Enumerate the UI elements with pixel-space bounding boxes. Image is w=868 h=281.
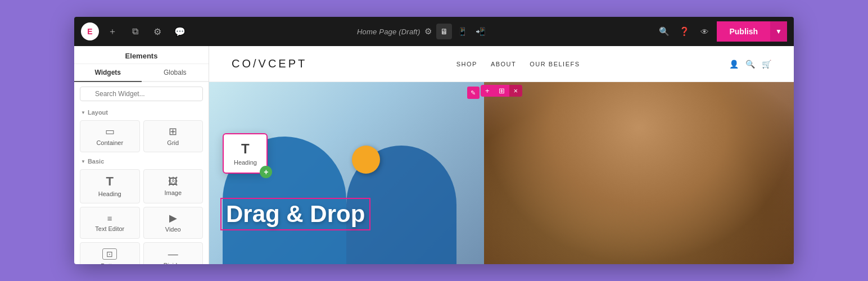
site-logo: CO/VCEPT	[232, 57, 307, 70]
nav-beliefs[interactable]: OUR BELIEFS	[530, 61, 580, 67]
widget-button[interactable]: ⊡ Button	[80, 242, 140, 264]
tab-globals[interactable]: Globals	[142, 64, 209, 82]
widget-video[interactable]: ▶ Video	[143, 207, 204, 239]
publish-button[interactable]: Publish	[717, 21, 770, 42]
widget-grid-label: Grid	[167, 139, 179, 146]
elementor-logo[interactable]: E	[81, 22, 99, 40]
user-icon[interactable]: 👤	[729, 60, 739, 69]
widget-divider-label: Divider	[164, 262, 183, 264]
floating-widget-icon: T	[241, 141, 250, 157]
nav-about[interactable]: ABOUT	[491, 61, 516, 67]
publish-dropdown-btn[interactable]: ▼	[770, 21, 787, 42]
topbar-right: 🔍 ❓ 👁 Publish ▼	[656, 21, 787, 42]
site-nav-icons: 👤 🔍 🛒	[729, 60, 771, 69]
hero-section: + ⊞ × T Heading +	[209, 82, 794, 264]
hero-left-text: Drag & Drop	[220, 198, 473, 230]
search-wrapper	[80, 87, 203, 101]
woman-silhouette	[484, 82, 794, 264]
image-icon: 🖼	[168, 176, 178, 187]
topbar-left: E ＋ ⧉ ⚙ 💬	[81, 22, 189, 40]
section-grid-btn[interactable]: ⊞	[494, 85, 509, 97]
tab-widgets[interactable]: Widgets	[74, 64, 142, 82]
search-input[interactable]	[80, 87, 203, 101]
search-icon[interactable]: 🔍	[656, 24, 672, 39]
text-editor-icon: ≡	[107, 214, 112, 223]
widget-image-label: Image	[164, 189, 182, 196]
search-nav-icon[interactable]: 🔍	[745, 60, 755, 69]
floating-widget[interactable]: T Heading +	[223, 133, 268, 174]
widget-container-label: Container	[96, 139, 123, 146]
layout-widget-grid: ▭ Container ⊞ Grid	[74, 118, 209, 155]
left-panel: Elements Widgets Globals Layout ▭ Contai…	[74, 46, 209, 264]
publish-btn-group: Publish ▼	[717, 21, 787, 42]
page-settings-icon[interactable]: ⚙	[424, 26, 432, 37]
nav-shop[interactable]: SHOP	[456, 61, 477, 67]
section-add-btn[interactable]: +	[481, 85, 494, 97]
site-header: CO/VCEPT SHOP ABOUT OUR BELIEFS 👤 🔍 🛒	[209, 46, 794, 82]
basic-widget-grid: T Heading 🖼 Image ≡ Text Editor ▶ Video …	[74, 167, 209, 264]
widget-image[interactable]: 🖼 Image	[143, 169, 204, 203]
widget-heading[interactable]: T Heading	[80, 169, 140, 203]
main-content: Elements Widgets Globals Layout ▭ Contai…	[74, 46, 794, 264]
heading-icon: T	[106, 175, 114, 188]
section-toolbar: + ⊞ ×	[481, 85, 522, 97]
widget-text-editor[interactable]: ≡ Text Editor	[80, 207, 140, 239]
layout-section-label: Layout	[74, 106, 209, 118]
widget-video-label: Video	[165, 226, 181, 233]
mobile-viewport-btn[interactable]: 📲	[472, 24, 488, 39]
desktop-viewport-btn[interactable]: 🖥	[436, 24, 452, 39]
widget-heading-label: Heading	[98, 191, 121, 197]
divider-icon: —	[168, 249, 178, 259]
panel-tabs: Widgets Globals	[74, 64, 209, 82]
container-icon: ▭	[105, 126, 115, 137]
widget-grid[interactable]: ⊞ Grid	[143, 120, 204, 152]
green-plus-icon: +	[260, 166, 272, 178]
floating-widget-label: Heading	[234, 159, 257, 166]
add-element-btn[interactable]: ＋	[103, 22, 121, 40]
search-bar	[74, 82, 209, 106]
comments-btn[interactable]: 💬	[171, 22, 189, 40]
settings-panel-btn[interactable]: ⚙	[148, 22, 166, 40]
grid-icon: ⊞	[169, 126, 177, 137]
viewport-buttons: 🖥 📱 📲	[436, 24, 488, 39]
hero-right	[484, 82, 794, 264]
preview-icon[interactable]: 👁	[697, 24, 712, 39]
editor-wrapper: E ＋ ⧉ ⚙ 💬 CO/VCEPT Home Page (Draft) ⚙ 🖥…	[74, 17, 794, 264]
button-icon: ⊡	[102, 248, 117, 260]
cart-icon[interactable]: 🛒	[762, 60, 771, 69]
widget-button-label: Button	[101, 262, 119, 264]
widget-divider[interactable]: — Divider	[143, 242, 204, 264]
woman-figure	[484, 82, 794, 264]
hero-heading: Drag & Drop	[220, 198, 370, 230]
edit-pencil-btn[interactable]: ✎	[467, 87, 480, 99]
page-title: CO/VCEPT Home Page (Draft)	[357, 28, 421, 36]
video-icon: ▶	[169, 213, 177, 223]
canvas-frame: CO/VCEPT SHOP ABOUT OUR BELIEFS 👤 🔍 🛒	[209, 46, 794, 264]
site-nav: SHOP ABOUT OUR BELIEFS	[456, 61, 580, 67]
topbar: E ＋ ⧉ ⚙ 💬 CO/VCEPT Home Page (Draft) ⚙ 🖥…	[74, 17, 794, 46]
widget-text-editor-label: Text Editor	[95, 225, 124, 232]
help-icon[interactable]: ❓	[676, 24, 692, 39]
section-close-btn[interactable]: ×	[509, 85, 523, 97]
layers-btn[interactable]: ⧉	[126, 22, 144, 40]
panel-title: Elements	[74, 46, 209, 64]
canvas-area: CO/VCEPT SHOP ABOUT OUR BELIEFS 👤 🔍 🛒	[209, 46, 794, 264]
topbar-center: CO/VCEPT Home Page (Draft) ⚙ 🖥 📱 📲	[193, 24, 652, 39]
tablet-viewport-btn[interactable]: 📱	[454, 24, 470, 39]
widget-container[interactable]: ▭ Container	[80, 120, 140, 152]
basic-section-label: Basic	[74, 155, 209, 167]
hero-left: T Heading + Drag & Drop ✎	[209, 82, 484, 264]
